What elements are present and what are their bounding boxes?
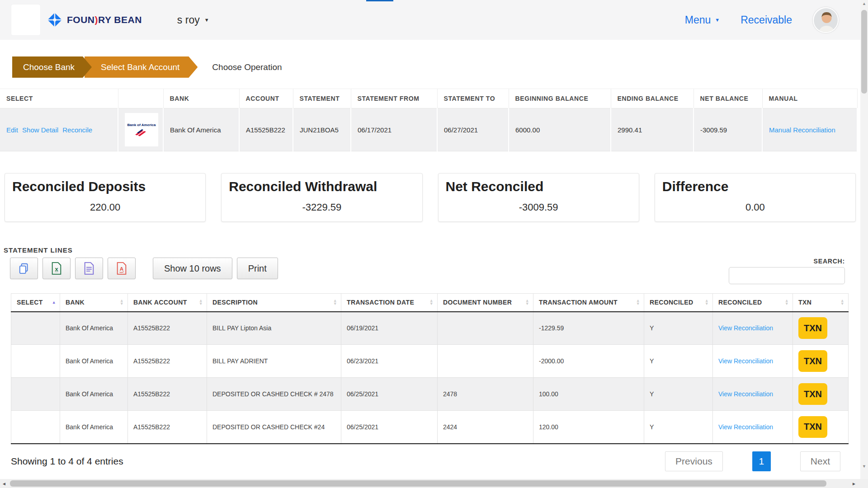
- scroll-left-icon[interactable]: ◄: [0, 481, 8, 486]
- col-transaction-amount[interactable]: TRANSACTION AMOUNT▲▼: [533, 294, 644, 312]
- view-reconciliation-link[interactable]: View Reconciliation: [718, 357, 773, 365]
- col-reconciled-link[interactable]: RECONCILED▲▼: [713, 294, 793, 312]
- bank-account-cell: A15525B222: [128, 378, 207, 411]
- document-number-cell: [438, 345, 533, 378]
- print-button[interactable]: Print: [237, 258, 278, 279]
- col-transaction-date[interactable]: TRANSACTION DATE▲▼: [341, 294, 438, 312]
- txn-button[interactable]: TXN: [798, 317, 827, 339]
- brand: FOUN)RY BEAN: [47, 12, 142, 28]
- next-page-button[interactable]: Next: [800, 451, 840, 471]
- view-reconciliation-link[interactable]: View Reconciliation: [718, 390, 773, 398]
- reconciled-cell: Y: [644, 345, 713, 378]
- table-footer: Showing 1 to 4 of 4 entries Previous 1 N…: [11, 451, 840, 471]
- horizontal-scrollbar[interactable]: ◄ ►: [0, 479, 868, 488]
- avatar[interactable]: [813, 7, 839, 33]
- card-value: 0.00: [662, 202, 848, 213]
- pdf-icon: A: [116, 262, 127, 275]
- receivable-link[interactable]: Receivable: [741, 14, 792, 26]
- manual-reconciliation-link[interactable]: Manual Reconciliation: [769, 126, 835, 134]
- transaction-amount-cell: 100.00: [533, 378, 644, 411]
- transaction-amount-cell: 120.00: [533, 411, 644, 444]
- scroll-down-icon[interactable]: ▼: [860, 463, 868, 470]
- card-reconciled-withdrawal: Reconciled Withdrawal -3229.59: [221, 173, 422, 222]
- vertical-scrollbar-thumb[interactable]: [861, 10, 867, 94]
- bank-account-cell: A15525B222: [128, 312, 207, 345]
- reconciled-link-cell: View Reconciliation: [713, 378, 793, 411]
- bank-account-cell: A15525B222: [128, 411, 207, 444]
- show-rows-button[interactable]: Show 10 rows: [153, 258, 232, 279]
- transaction-date-cell: 06/25/2021: [341, 411, 438, 444]
- col-bank[interactable]: BANK▲▼: [60, 294, 128, 312]
- breadcrumb-choose-bank[interactable]: Choose Bank: [12, 56, 92, 78]
- copy-button[interactable]: [10, 258, 38, 279]
- breadcrumb: Choose Bank Select Bank Account Choose O…: [12, 56, 860, 78]
- previous-page-button[interactable]: Previous: [665, 451, 723, 471]
- vertical-scrollbar[interactable]: ▲ ▼: [860, 0, 868, 479]
- page-1-button[interactable]: 1: [752, 451, 771, 471]
- card-net-reconciled: Net Reconciled -3009.59: [438, 173, 639, 222]
- bank-cell: Bank Of America: [60, 345, 128, 378]
- profile-photo: [814, 8, 839, 33]
- sort-icons: ▲▼: [705, 299, 709, 305]
- user-dropdown[interactable]: s roy ▼: [177, 14, 209, 26]
- card-difference: Difference 0.00: [655, 173, 856, 222]
- bank-cell: Bank Of America: [60, 378, 128, 411]
- col-select[interactable]: SELECT▲: [11, 294, 60, 312]
- col-bank-account[interactable]: BANK ACCOUNT▲▼: [128, 294, 207, 312]
- edit-link[interactable]: Edit: [6, 126, 18, 134]
- scroll-right-icon[interactable]: ►: [850, 481, 858, 486]
- entries-info: Showing 1 to 4 of 4 entries: [11, 456, 123, 467]
- col-beginning-balance: BEGINNING BALANCE: [509, 89, 611, 108]
- foundry-bean-diamond-icon: [47, 12, 63, 28]
- document-number-cell: 2424: [438, 411, 533, 444]
- select-cell[interactable]: [11, 411, 60, 444]
- show-detail-link[interactable]: Show Detail: [22, 126, 58, 134]
- txn-cell: TXN: [793, 378, 849, 411]
- document-number-cell: 2478: [438, 378, 533, 411]
- card-title: Reconciled Withdrawal: [229, 179, 415, 194]
- bank-account-cell: A15525B222: [128, 345, 207, 378]
- statement-cell: JUN21BOA5: [293, 108, 351, 151]
- col-description[interactable]: DESCRIPTION▲▼: [207, 294, 341, 312]
- view-reconciliation-link[interactable]: View Reconciliation: [718, 324, 773, 332]
- select-cell[interactable]: [11, 345, 60, 378]
- col-account: ACCOUNT: [239, 89, 293, 108]
- txn-button[interactable]: TXN: [798, 350, 827, 372]
- statement-lines-table: SELECT▲ BANK▲▼ BANK ACCOUNT▲▼ DESCRIPTIO…: [11, 293, 849, 444]
- txn-button[interactable]: TXN: [798, 416, 827, 438]
- reconcile-link[interactable]: Reconcile: [62, 126, 92, 134]
- reconciled-cell: Y: [644, 312, 713, 345]
- description-cell: BILL PAY Lipton Asia: [207, 312, 341, 345]
- select-cell[interactable]: [11, 378, 60, 411]
- sort-icons: ▲▼: [199, 299, 203, 305]
- card-value: -3009.59: [446, 202, 632, 213]
- excel-export-button[interactable]: x̲: [42, 258, 71, 279]
- col-reconciled[interactable]: RECONCILED▲▼: [644, 294, 713, 312]
- reconciled-cell: Y: [644, 378, 713, 411]
- csv-export-button[interactable]: [75, 258, 103, 279]
- search-input[interactable]: [729, 267, 845, 284]
- sort-icons: ▲▼: [785, 299, 789, 305]
- select-cell[interactable]: [11, 312, 60, 345]
- scroll-up-icon[interactable]: ▲: [860, 0, 868, 7]
- statement-lines-title: STATEMENT LINES: [4, 246, 860, 254]
- txn-button[interactable]: TXN: [798, 383, 827, 405]
- bank-cell: Bank Of America: [60, 411, 128, 444]
- col-statement-from: STATEMENT FROM: [351, 89, 437, 108]
- menu-dropdown[interactable]: Menu ▼: [685, 14, 720, 26]
- pdf-export-button[interactable]: A: [108, 258, 136, 279]
- breadcrumb-select-bank-account[interactable]: Select Bank Account: [85, 56, 198, 78]
- manual-cell: Manual Reconciliation: [762, 108, 857, 151]
- statement-from-cell: 06/17/2021: [351, 108, 437, 151]
- view-reconciliation-link[interactable]: View Reconciliation: [718, 423, 773, 431]
- pagination: Previous 1 Next: [665, 451, 840, 471]
- col-bank: BANK: [163, 89, 239, 108]
- table-row: Bank Of America A15525B222 BILL PAY Lipt…: [11, 312, 849, 345]
- top-loading-bar: [366, 0, 393, 1]
- horizontal-scrollbar-thumb[interactable]: [10, 480, 826, 487]
- col-document-number[interactable]: DOCUMENT NUMBER▲▼: [438, 294, 533, 312]
- col-txn[interactable]: TXN▲▼: [793, 294, 849, 312]
- chevron-down-icon: ▼: [204, 17, 209, 23]
- card-reconciled-deposits: Reconciled Deposits 220.00: [5, 173, 206, 222]
- sort-icons: ▲▼: [636, 299, 640, 305]
